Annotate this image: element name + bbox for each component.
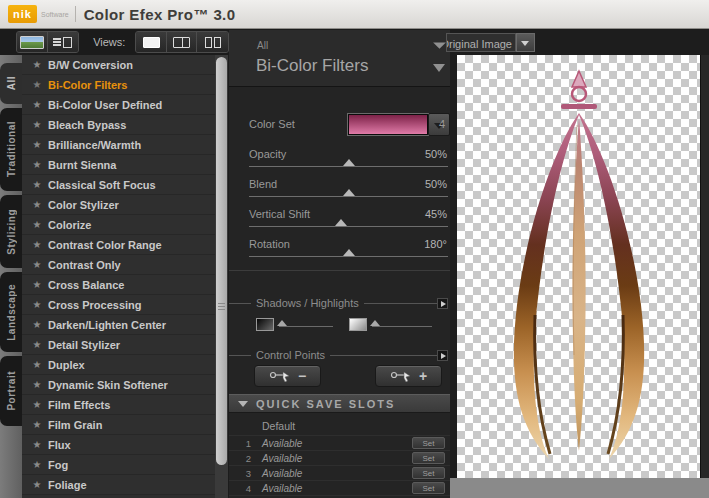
filter-item-foliage[interactable]: ★Foliage [22,475,215,495]
filter-item-film-effects[interactable]: ★Film Effects [22,395,215,415]
filter-item-bleach-bypass[interactable]: ★Bleach Bypass [22,115,215,135]
control-points-expand-icon[interactable] [437,350,448,361]
filter-item-fog[interactable]: ★Fog [22,455,215,475]
filter-item-bi-color-filters[interactable]: ★Bi-Color Filters [22,75,215,95]
filter-item-cross-balance[interactable]: ★Cross Balance [22,275,215,295]
color-set-swatch[interactable] [348,114,428,135]
set-slot-button[interactable]: Set [412,452,445,464]
filter-item-contrast-only[interactable]: ★Contrast Only [22,255,215,275]
filter-item-flux[interactable]: ★Flux [22,435,215,455]
default-slot-row[interactable]: Default [229,414,450,436]
star-icon[interactable]: ★ [30,159,44,170]
remove-control-point-button[interactable]: − [254,365,321,387]
star-icon[interactable]: ★ [30,239,44,250]
tab-label: Stylizing [6,209,17,255]
set-slot-button[interactable]: Set [412,437,445,449]
set-slot-button[interactable]: Set [412,467,445,479]
sidebar-tab-portrait[interactable]: Portrait [0,356,22,426]
star-icon[interactable]: ★ [30,179,44,190]
star-icon[interactable]: ★ [30,79,44,90]
star-icon[interactable]: ★ [30,379,44,390]
filter-item-burnt-sienna[interactable]: ★Burnt Sienna [22,155,215,175]
scrollbar-thumb[interactable] [216,57,227,465]
quick-save-slots-header[interactable]: QUICK SAVE SLOTS [229,394,450,413]
filter-item-cross-processing[interactable]: ★Cross Processing [22,295,215,315]
filter-item-darken-lighten-center[interactable]: ★Darken/Lighten Center [22,315,215,335]
highlights-swatch[interactable] [349,318,367,331]
star-icon[interactable]: ★ [30,139,44,150]
filter-label: Darken/Lighten Center [48,319,166,331]
slider-track[interactable] [249,226,448,227]
highlights-slider-track[interactable] [372,326,432,327]
star-icon[interactable]: ★ [30,339,44,350]
filter-label: Brilliance/Warmth [48,139,141,151]
slider-thumb[interactable] [343,189,355,196]
side-by-side-view-button[interactable] [197,32,228,52]
star-icon[interactable]: ★ [30,479,44,490]
star-icon[interactable]: ★ [30,99,44,110]
sidebar-tab-all[interactable]: All [0,63,22,104]
set-slot-button[interactable]: Set [412,482,445,494]
filter-list-scrollbar[interactable] [215,55,228,498]
star-icon[interactable]: ★ [30,59,44,70]
slider-thumb[interactable] [335,219,347,226]
add-control-point-button[interactable]: + [375,365,442,387]
filter-item-brilliance-warmth[interactable]: ★Brilliance/Warmth [22,135,215,155]
filter-label: Flux [48,439,71,451]
minus-icon: − [298,371,306,381]
color-set-row: Color Set 4 [229,112,450,138]
star-icon[interactable]: ★ [30,399,44,410]
slider-track[interactable] [249,196,448,197]
star-icon[interactable]: ★ [30,419,44,430]
filter-item-colorize[interactable]: ★Colorize [22,215,215,235]
sidebar-tab-stylizing[interactable]: Stylizing [0,195,22,268]
slot-number: 3 [239,468,251,479]
filter-label: Detail Stylizer [48,339,120,351]
expand-panel-icon[interactable] [433,64,445,72]
filter-item-b-w-conversion[interactable]: ★B/W Conversion [22,55,215,75]
star-icon[interactable]: ★ [30,219,44,230]
slider-track[interactable] [249,166,448,167]
split-view-button[interactable] [167,32,198,52]
star-icon[interactable]: ★ [30,199,44,210]
filter-item-contrast-color-range[interactable]: ★Contrast Color Range [22,235,215,255]
slider-track[interactable] [249,256,448,257]
sidebar-tab-traditional[interactable]: Traditional [0,108,22,191]
preview-mode-dropdown[interactable]: Original Image [446,33,516,52]
color-set-label: Color Set [249,118,295,130]
shadows-highlights-label: Shadows / Highlights [251,297,364,309]
star-icon[interactable]: ★ [30,279,44,290]
filter-item-detail-stylizer[interactable]: ★Detail Stylizer [22,335,215,355]
views-label: Views: [93,36,125,48]
star-icon[interactable]: ★ [30,299,44,310]
sidebar-tab-landscape[interactable]: Landscape [0,272,22,352]
preview-horizontal-scrollbar[interactable] [450,478,709,498]
star-icon[interactable]: ★ [30,259,44,270]
image-browser-button[interactable] [17,32,48,52]
filter-item-classical-soft-focus[interactable]: ★Classical Soft Focus [22,175,215,195]
color-set-value: 4 [431,118,445,130]
shadows-swatch[interactable] [256,318,274,331]
shadows-highlights-expand-icon[interactable] [437,298,448,309]
single-view-button[interactable] [136,32,167,52]
slider-thumb[interactable] [343,159,355,166]
image-thumbnail-icon [20,36,44,49]
star-icon[interactable]: ★ [30,459,44,470]
shadows-slider-track[interactable] [279,326,333,327]
slider-thumb[interactable] [343,249,355,256]
preview-mode-dropdown-button[interactable] [516,33,535,52]
list-view-button[interactable] [48,32,79,52]
star-icon[interactable]: ★ [30,439,44,450]
filter-item-duplex[interactable]: ★Duplex [22,355,215,375]
tab-label: Traditional [6,121,17,177]
star-icon[interactable]: ★ [30,359,44,370]
filter-item-film-grain[interactable]: ★Film Grain [22,415,215,435]
star-icon[interactable]: ★ [30,319,44,330]
panel-header: All Bi-Color Filters [229,30,450,87]
preview-vertical-scrollbar[interactable] [700,55,709,478]
star-icon[interactable]: ★ [30,119,44,130]
preview-canvas[interactable] [457,55,700,478]
filter-item-dynamic-skin-softener[interactable]: ★Dynamic Skin Softener [22,375,215,395]
filter-item-bi-color-user-defined[interactable]: ★Bi-Color User Defined [22,95,215,115]
filter-item-color-stylizer[interactable]: ★Color Stylizer [22,195,215,215]
